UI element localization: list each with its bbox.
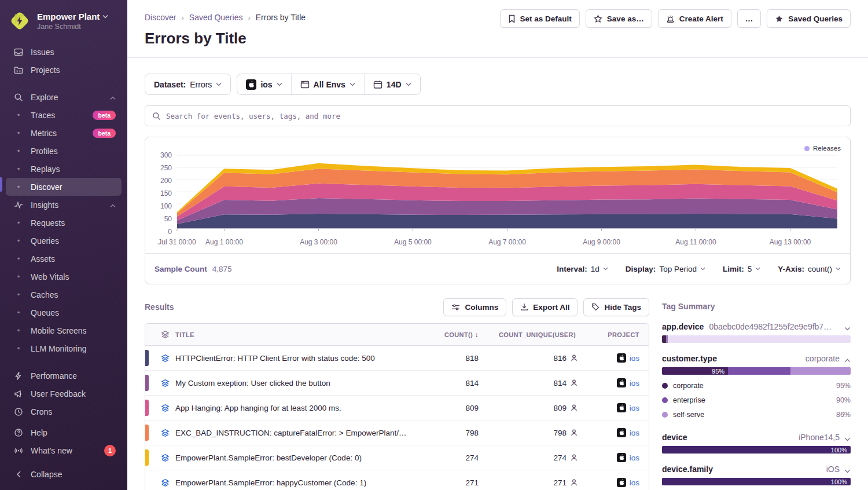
org-logo-icon xyxy=(9,10,30,31)
tag-header[interactable]: customer.type corporate xyxy=(662,354,851,363)
project-link[interactable]: ios xyxy=(630,429,639,437)
tag-breakdown-row[interactable]: corporate 95% xyxy=(662,378,851,393)
chart-control-dropdown[interactable]: Interval: 1d xyxy=(557,265,608,273)
tag-distribution-bar[interactable]: 100% xyxy=(662,478,851,485)
bullet-icon: • xyxy=(13,326,24,335)
chart-control-dropdown[interactable]: Y-Axis: count() xyxy=(778,265,841,273)
tag-breakdown-row[interactable]: enterprise 90% xyxy=(662,393,851,407)
sidebar-item[interactable]: • Traces beta xyxy=(6,106,122,124)
set-as-default-button[interactable]: Set as Default xyxy=(500,9,580,28)
dataset-selector[interactable]: Dataset: Errors xyxy=(145,74,231,95)
chart-control-dropdown[interactable]: Display: Top Period xyxy=(626,265,705,273)
series-color-chip xyxy=(145,425,149,441)
project-cell[interactable]: ios xyxy=(578,428,649,437)
tag-distribution-bar[interactable] xyxy=(662,335,851,343)
tag-distribution-bar[interactable]: 95% xyxy=(662,367,851,375)
error-title[interactable]: My Custom exeption: User clicked the but… xyxy=(175,379,417,387)
project-link[interactable]: ios xyxy=(630,379,639,387)
project-cell[interactable]: ios xyxy=(578,378,649,387)
tag-header[interactable]: device iPhone14,5 xyxy=(662,433,851,442)
error-title[interactable]: EmpowerPlant.SampleError: bestDeveloper … xyxy=(175,454,417,462)
column-count-unique[interactable]: COUNT_UNIQUE(USER) xyxy=(481,331,578,338)
events-chart[interactable]: Releases 300250200150100500 Jul 31 00:00… xyxy=(145,137,850,253)
columns-button[interactable]: Columns xyxy=(443,298,506,316)
sidebar-item[interactable]: • Caches xyxy=(6,286,122,303)
layers-icon[interactable] xyxy=(155,330,175,339)
sidebar-item[interactable]: • Assets xyxy=(6,250,122,268)
breadcrumb-saved-queries[interactable]: Saved Queries xyxy=(189,13,243,22)
project-cell[interactable]: ios xyxy=(578,453,649,462)
whats-new-count-badge: 1 xyxy=(104,445,116,456)
column-title[interactable]: TITLE xyxy=(175,331,417,338)
project-link[interactable]: ios xyxy=(630,454,639,462)
sidebar-item-user-feedback[interactable]: User Feedback xyxy=(6,385,122,403)
sidebar-section-insights[interactable]: Insights xyxy=(6,196,122,214)
sidebar-item-whats-new[interactable]: What's new 1 xyxy=(6,441,122,459)
broadcast-icon xyxy=(13,445,24,456)
error-title[interactable]: App Hanging: App hanging for at least 20… xyxy=(175,404,417,412)
environment-selector[interactable]: All Envs xyxy=(291,74,364,94)
y-tick-label: 250 xyxy=(145,163,172,173)
project-cell[interactable]: ios xyxy=(578,403,649,412)
project-cell[interactable]: ios xyxy=(578,353,649,363)
layers-icon[interactable] xyxy=(155,404,175,412)
date-range-selector[interactable]: 14D xyxy=(364,74,420,94)
more-options-button[interactable]: … xyxy=(737,9,762,28)
sidebar-item-projects[interactable]: Projects xyxy=(6,61,122,79)
table-row[interactable]: App Hanging: App hanging for at least 20… xyxy=(145,396,649,420)
sidebar-item[interactable]: • Requests xyxy=(6,214,122,232)
chevron-down-icon xyxy=(406,82,411,86)
sidebar-item[interactable]: • Replays xyxy=(6,160,122,178)
layers-icon[interactable] xyxy=(155,379,175,387)
table-row[interactable]: My Custom exeption: User clicked the but… xyxy=(145,371,649,396)
column-count[interactable]: COUNT() ↓ xyxy=(417,331,481,339)
chart-control-dropdown[interactable]: Limit: 5 xyxy=(723,265,760,273)
sidebar-collapse-button[interactable]: Collapse xyxy=(6,465,122,483)
sidebar-item[interactable]: • Metrics beta xyxy=(6,124,122,142)
breadcrumb-discover[interactable]: Discover xyxy=(145,13,176,22)
layers-icon[interactable] xyxy=(155,429,175,437)
tag-distribution-bar[interactable]: 100% xyxy=(662,446,851,454)
create-alert-button[interactable]: Create Alert xyxy=(658,9,731,28)
error-title[interactable]: EmpowerPlant.SampleError: happyCustomer … xyxy=(175,478,417,487)
project-link[interactable]: ios xyxy=(630,478,639,487)
hide-tags-button[interactable]: Hide Tags xyxy=(583,298,649,316)
table-row[interactable]: HTTPClientError: HTTP Client Error with … xyxy=(145,346,649,371)
layers-icon[interactable] xyxy=(155,478,175,487)
project-cell[interactable]: ios xyxy=(578,478,649,487)
table-row[interactable]: EXC_BAD_INSTRUCTION: captureFatalError: … xyxy=(145,420,649,445)
sidebar-item[interactable]: • Web Vitals xyxy=(6,268,122,286)
save-as-button[interactable]: Save as… xyxy=(586,9,652,28)
tag-breakdown-row[interactable]: self-serve 86% xyxy=(662,407,851,422)
error-title[interactable]: HTTPClientError: HTTP Client Error with … xyxy=(175,354,417,363)
chart-legend[interactable]: Releases xyxy=(804,145,841,152)
layers-icon[interactable] xyxy=(155,354,175,363)
apple-icon xyxy=(246,79,256,90)
saved-queries-button[interactable]: Saved Queries xyxy=(767,9,851,28)
project-link[interactable]: ios xyxy=(630,404,639,412)
sidebar-item-crons[interactable]: Crons xyxy=(6,403,122,420)
layers-icon[interactable] xyxy=(155,454,175,462)
sidebar-item-performance[interactable]: Performance xyxy=(6,367,122,385)
export-all-button[interactable]: Export All xyxy=(512,298,578,316)
sidebar-item[interactable]: • Mobile Screens xyxy=(6,321,122,339)
page-header: Discover › Saved Queries › Errors by Tit… xyxy=(127,0,868,58)
sidebar-item-help[interactable]: Help xyxy=(6,423,122,441)
sidebar-item[interactable]: • Discover xyxy=(6,178,122,196)
org-switcher[interactable]: Empower Plant Jane Schmidt xyxy=(0,0,127,43)
tag-header[interactable]: device.family iOS xyxy=(662,465,851,474)
project-link[interactable]: ios xyxy=(630,354,639,363)
project-selector[interactable]: ios xyxy=(237,74,290,94)
column-project[interactable]: PROJECT xyxy=(578,331,649,338)
sidebar-section-explore[interactable]: Explore xyxy=(6,88,122,106)
error-title[interactable]: EXC_BAD_INSTRUCTION: captureFatalError: … xyxy=(175,429,417,437)
search-input[interactable] xyxy=(166,112,843,120)
table-row[interactable]: EmpowerPlant.SampleError: happyCustomer … xyxy=(145,470,649,490)
sidebar-item[interactable]: • Queues xyxy=(6,303,122,321)
sidebar-item[interactable]: • LLM Monitoring xyxy=(6,339,122,357)
sidebar-item-issues[interactable]: Issues xyxy=(6,43,122,61)
table-row[interactable]: EmpowerPlant.SampleError: bestDeveloper … xyxy=(145,445,649,470)
tag-header[interactable]: app.device 0baebc0de4982f1255f2e9e9fb7… xyxy=(662,322,851,331)
sidebar-item[interactable]: • Queries xyxy=(6,232,122,250)
sidebar-item[interactable]: • Profiles xyxy=(6,142,122,160)
